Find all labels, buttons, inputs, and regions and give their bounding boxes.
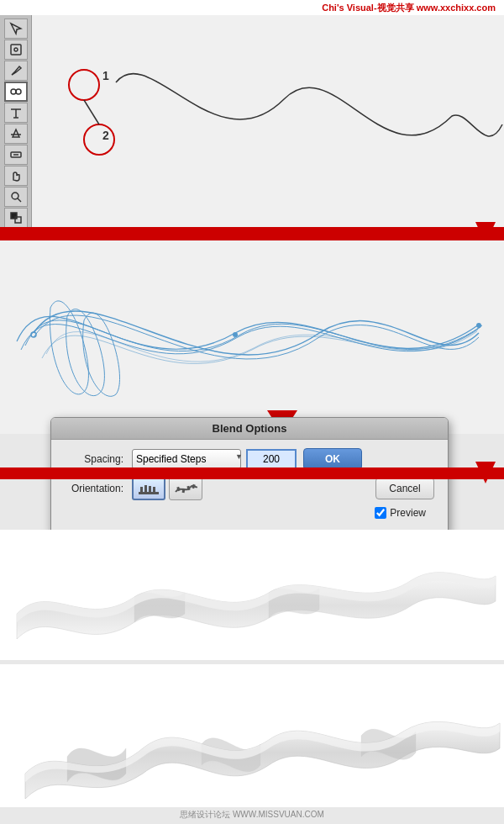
orientation-path-btn[interactable]: [169, 477, 202, 500]
tool-hand[interactable]: [4, 166, 28, 186]
svg-point-3: [16, 89, 21, 94]
steps-input[interactable]: [246, 449, 297, 469]
divider-red-2: [0, 467, 504, 479]
spacing-select-wrapper: Specified Steps Specified Distance Smoot…: [132, 449, 246, 469]
canvas-top: 1 2: [32, 15, 504, 227]
bottom-canvas-2-svg: [0, 664, 504, 807]
footer: 思绪设计论坛 WWW.MISSVUAN.COM: [0, 809, 504, 821]
divider-red-1: [0, 227, 504, 240]
dialog-title: Blend Options: [213, 422, 287, 435]
svg-point-18: [476, 323, 481, 328]
svg-rect-20: [139, 492, 159, 494]
tool-shape[interactable]: [4, 124, 28, 144]
tool-select[interactable]: [4, 40, 28, 60]
svg-point-17: [233, 332, 238, 337]
preview-label: Preview: [390, 507, 426, 519]
tool-arrow[interactable]: [4, 18, 28, 39]
svg-text:2: 2: [102, 129, 109, 142]
svg-rect-24: [153, 487, 155, 492]
tool-text[interactable]: [4, 103, 28, 123]
svg-rect-22: [144, 485, 147, 492]
svg-point-1: [14, 48, 18, 51]
svg-rect-0: [11, 45, 21, 55]
svg-text:1: 1: [102, 69, 109, 82]
cancel-button[interactable]: Cancel: [375, 478, 434, 499]
svg-rect-23: [149, 486, 151, 492]
svg-rect-9: [32, 15, 504, 227]
svg-rect-16: [0, 240, 504, 434]
spacing-label: Spacing:: [65, 453, 132, 465]
toolbar: [0, 15, 32, 242]
canvas-bottom-2: [0, 664, 504, 807]
orientation-page-icon: [137, 480, 160, 497]
svg-point-2: [11, 89, 16, 94]
orientation-path-icon: [174, 480, 197, 497]
footer-text: 思绪设计论坛 WWW.MISSVUAN.COM: [180, 810, 324, 819]
dialog-titlebar: Blend Options: [51, 418, 448, 440]
tool-pen[interactable]: [4, 61, 28, 81]
dialog-body: Spacing: Specified Steps Specified Dista…: [51, 440, 448, 524]
orientation-page-btn[interactable]: [132, 477, 165, 500]
preview-row: Preview: [65, 507, 434, 519]
svg-line-6: [18, 198, 21, 202]
preview-checkbox[interactable]: [375, 507, 386, 519]
svg-rect-21: [140, 487, 143, 492]
tool-swap[interactable]: [4, 208, 28, 228]
svg-rect-7: [11, 213, 17, 219]
svg-point-5: [12, 193, 18, 199]
canvas-bottom-1: [0, 530, 504, 660]
spacing-select[interactable]: Specified Steps Specified Distance Smoot…: [132, 449, 241, 469]
bottom-canvas-1-svg: [0, 530, 504, 660]
top-header: Chi's Visual-视觉共享 www.xxchixx.com: [0, 0, 504, 15]
middle-canvas-svg: [0, 240, 504, 434]
canvas-middle: [0, 240, 504, 434]
red-arrow-down-2: [470, 458, 501, 489]
orientation-label: Orientation:: [65, 483, 132, 494]
svg-marker-29: [475, 462, 496, 483]
tool-blend[interactable]: [4, 82, 28, 102]
svg-rect-28: [192, 484, 196, 489]
tool-zoom[interactable]: [4, 187, 28, 207]
orientation-row: Orientation:: [65, 477, 434, 500]
top-canvas-svg: 1 2: [32, 15, 504, 227]
tool-gradient[interactable]: [4, 145, 28, 165]
brand-text: Chi's Visual-视觉共享 www.xxchixx.com: [322, 2, 496, 14]
